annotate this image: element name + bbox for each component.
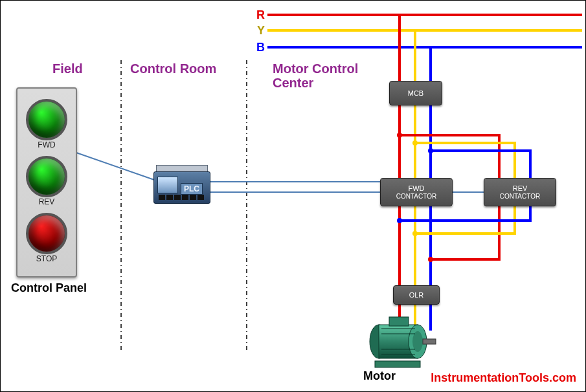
motor-icon [355,314,440,369]
branding-text: InstrumentationTools.com [431,371,576,385]
diagram-stage: Field Control Room Motor Control Center … [0,0,586,392]
fwd-button[interactable] [26,99,67,140]
svg-rect-32 [423,339,436,344]
fwd-contactor-l2: CONTACTOR [396,193,436,200]
svg-rect-27 [375,361,420,367]
svg-point-22 [397,218,402,223]
control-panel: FWD REV STOP [16,87,77,278]
fwd-contactor-l1: FWD [408,184,424,192]
stop-button[interactable] [26,213,67,254]
plc-label: PLC [181,183,203,195]
stop-button-label: STOP [17,254,76,263]
control-panel-caption: Control Panel [11,281,87,295]
motor-caption: Motor [363,369,396,383]
rev-contactor-l2: CONTACTOR [500,193,540,200]
rev-contactor-l1: REV [513,184,528,192]
olr-label: OLR [409,291,424,299]
plc: PLC [153,165,209,202]
rev-contactor-block: REV CONTACTOR [484,178,556,206]
svg-point-20 [428,257,433,262]
svg-point-31 [412,331,423,352]
fwd-contactor-block: FWD CONTACTOR [380,178,453,206]
rev-button[interactable] [26,156,67,197]
mcb-block: MCB [389,81,442,105]
fwd-button-label: FWD [17,140,76,149]
rev-button-label: REV [17,197,76,206]
svg-rect-33 [389,317,409,326]
svg-line-26 [74,152,156,180]
olr-block: OLR [393,285,440,305]
mcb-label: MCB [408,89,423,97]
svg-point-21 [412,231,418,236]
